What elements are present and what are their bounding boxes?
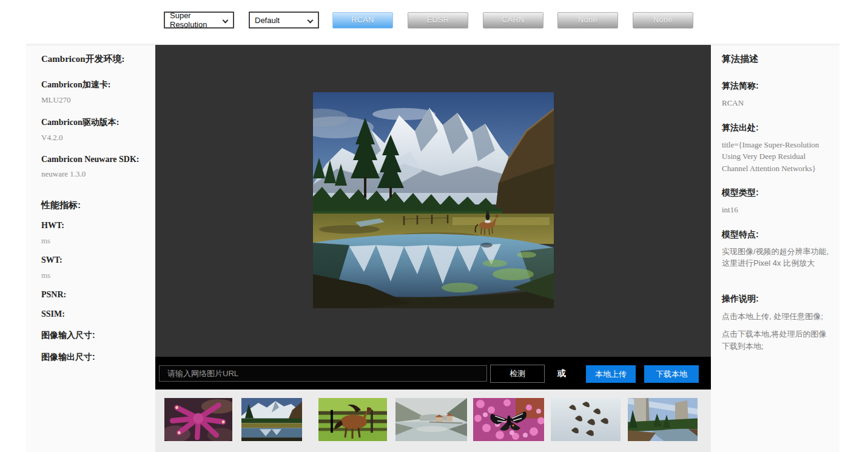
driver-version-value: V4.2.0 bbox=[41, 133, 149, 143]
model-feature-value: 实现图像/视频的超分辨率功能,这里进行Pixel 4x 比例放大 bbox=[722, 246, 831, 269]
usage-label: 操作说明: bbox=[722, 294, 831, 305]
performance-title: 性能指标: bbox=[41, 200, 149, 211]
top-toolbar: Super Resolution Default RCAN EDSR CARN … bbox=[0, 0, 868, 44]
algo-source-label: 算法出处: bbox=[722, 123, 831, 133]
environment-panel-title: Cambricon开发环境: bbox=[41, 53, 149, 65]
neuware-sdk-value: neuware 1.3.0 bbox=[41, 169, 149, 179]
thumbnail-starfish[interactable] bbox=[164, 398, 232, 441]
chevron-down-icon bbox=[308, 18, 314, 24]
model-button-none-1[interactable]: None bbox=[557, 12, 618, 29]
algo-source-value: title={Image Super-Resolution Using Very… bbox=[722, 139, 831, 175]
or-label: 或 bbox=[555, 368, 568, 379]
model-feature-label: 模型特点: bbox=[722, 229, 831, 240]
usage-line-1: 点击本地上传, 处理任意图像; bbox=[722, 311, 831, 323]
algorithm-panel: 算法描述 算法简称: RCAN 算法出处: title={Image Super… bbox=[711, 46, 839, 452]
download-local-button[interactable]: 下载本地 bbox=[644, 365, 699, 383]
psnr-label: PSNR: bbox=[41, 290, 149, 300]
algo-name-value: RCAN bbox=[722, 97, 831, 109]
environment-panel: Cambricon开发环境: Cambricon加速卡: MLU270 Camb… bbox=[26, 46, 155, 452]
neuware-sdk-label: Cambricon Neuware SDK: bbox=[41, 155, 149, 164]
output-size-label: 图像输出尺寸: bbox=[41, 352, 149, 363]
thumbnail-geese[interactable] bbox=[551, 398, 621, 441]
accelerator-card-label: Cambricon加速卡: bbox=[41, 79, 149, 90]
thumbnail-yosemite-valley[interactable] bbox=[628, 398, 698, 441]
algorithm-panel-title: 算法描述 bbox=[722, 53, 831, 65]
task-select[interactable]: Super Resolution bbox=[164, 12, 234, 29]
task-select-value: Super Resolution bbox=[170, 11, 228, 29]
model-button-edsr[interactable]: EDSR bbox=[408, 12, 468, 29]
model-select-value: Default bbox=[255, 16, 280, 25]
image-viewer bbox=[155, 45, 711, 357]
model-button-none-2[interactable]: None bbox=[633, 12, 693, 29]
model-select[interactable]: Default bbox=[249, 12, 319, 29]
thumbnail-horse[interactable] bbox=[318, 398, 387, 441]
thumbnail-strip bbox=[155, 390, 711, 452]
input-size-label: 图像输入尺寸: bbox=[41, 330, 149, 341]
hwt-label: HWT: bbox=[41, 221, 149, 231]
thumbnail-butterfly[interactable] bbox=[473, 398, 544, 441]
detect-button[interactable]: 检测 bbox=[490, 365, 545, 383]
preview-image-mountain-lake bbox=[313, 92, 554, 308]
ssim-label: SSIM: bbox=[41, 309, 149, 319]
accelerator-card-value: MLU270 bbox=[41, 95, 149, 105]
model-type-value: int16 bbox=[722, 204, 831, 216]
model-type-label: 模型类型: bbox=[722, 187, 831, 198]
hwt-value: ms bbox=[41, 236, 149, 246]
local-upload-button[interactable]: 本地上传 bbox=[586, 365, 636, 383]
spacer bbox=[722, 269, 831, 280]
usage-line-2: 点击下载本地,将处理后的图像下载到本地; bbox=[722, 328, 831, 352]
swt-label: SWT: bbox=[41, 255, 149, 265]
url-bar: 检测 或 本地上传 下载本地 bbox=[155, 357, 711, 390]
thumbnail-mountain-lake[interactable] bbox=[241, 398, 302, 441]
model-button-rcan[interactable]: RCAN bbox=[332, 12, 393, 29]
algo-name-label: 算法简称: bbox=[722, 81, 831, 92]
thumbnail-fjord-town[interactable] bbox=[395, 398, 467, 441]
driver-version-label: Cambricon驱动版本: bbox=[41, 117, 149, 128]
image-url-input[interactable] bbox=[159, 365, 487, 382]
center-column: 检测 或 本地上传 下载本地 bbox=[155, 45, 711, 452]
swt-value: ms bbox=[41, 271, 149, 280]
model-button-carn[interactable]: CARN bbox=[483, 12, 543, 29]
